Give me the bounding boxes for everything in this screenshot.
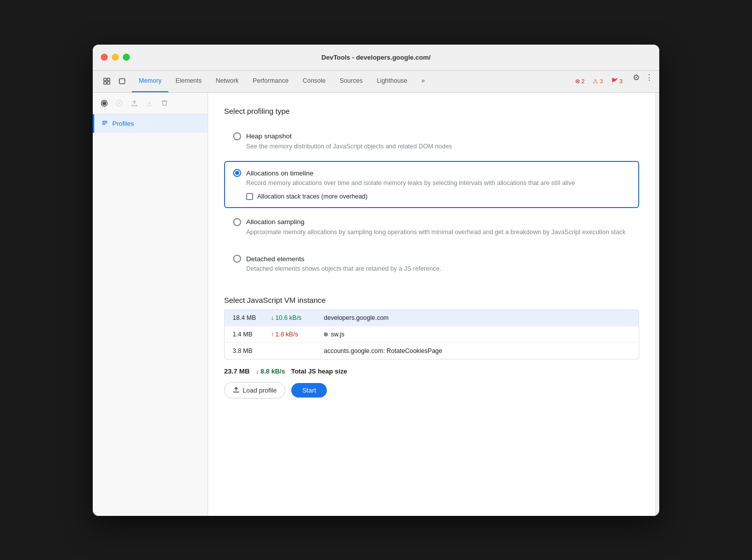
vm-name-0: developers.google.com [324,314,631,321]
radio-timeline[interactable] [233,169,241,177]
vm-size-0: 18.4 MB [233,314,263,321]
vm-name-2: accounts.google.com: RotateCookiesPage [324,347,631,354]
option-detached[interactable]: Detached elements Detached elements show… [224,247,639,282]
option-heap-header: Heap snapshot [233,132,630,140]
tab-elements[interactable]: Elements [168,71,209,92]
option-detached-title: Detached elements [246,255,304,263]
maximize-button[interactable] [123,54,130,61]
option-timeline[interactable]: Allocations on timeline Record memory al… [224,161,639,208]
option-sampling-desc: Approximate memory allocations by sampli… [246,228,630,237]
minimize-button[interactable] [112,54,119,61]
option-timeline-desc: Record memory allocations over time and … [246,179,630,188]
option-sampling-title: Allocation sampling [246,218,304,226]
vm-size-1: 1.4 MB [233,331,263,338]
tab-lighthouse[interactable]: Lighthouse [369,71,414,92]
option-timeline-header: Allocations on timeline [233,169,630,177]
option-detached-header: Detached elements [233,255,630,263]
checkbox-traces-label: Allocation stack traces (more overhead) [257,193,367,200]
option-sampling-header: Allocation sampling [233,218,630,226]
svg-point-8 [102,101,106,105]
radio-detached[interactable] [233,255,241,263]
clear-button[interactable] [158,97,171,110]
error-badge[interactable]: ⊗ 2 [573,77,587,86]
vm-name-1: sw.js [324,331,631,338]
window-title: DevTools - developers.google.com/ [321,54,431,61]
badges-area: ⊗ 2 ⚠ 3 🚩 3 [569,71,629,92]
total-rate-arrow: ↓ [256,367,259,375]
tab-network[interactable]: Network [209,71,246,92]
vm-rate-value-0: 10.6 kB/s [275,314,301,321]
profiles-icon [101,119,108,128]
upload-button[interactable] [128,97,141,110]
total-rate-value: 8.8 kB/s [261,367,285,375]
vm-dot-icon [324,332,328,336]
up-arrow-icon-1: ↑ [271,331,274,338]
stop-button[interactable] [113,97,126,110]
tab-console[interactable]: Console [296,71,333,92]
tab-performance[interactable]: Performance [246,71,296,92]
vm-row-1[interactable]: 1.4 MB ↑ 1.8 kB/s sw.js [225,326,639,343]
option-sampling[interactable]: Allocation sampling Approximate memory a… [224,210,639,245]
start-button[interactable]: Start [291,383,327,398]
option-heap-title: Heap snapshot [246,132,292,140]
total-size: 23.7 MB [224,367,250,375]
record-button[interactable] [98,97,111,110]
inspect-icon-button[interactable] [101,75,113,87]
total-bar: 23.7 MB ↓ 8.8 kB/s Total JS heap size [224,359,639,379]
svg-rect-2 [104,82,106,84]
vm-instance-table: 18.4 MB ↓ 10.6 kB/s developers.google.co… [224,309,639,359]
scrollbar[interactable] [655,93,659,516]
tab-memory[interactable]: Memory [132,71,168,92]
device-icon-button[interactable] [116,75,128,87]
svg-rect-0 [104,78,106,81]
sidebar: Profiles [93,93,208,516]
more-options-button[interactable]: ⋮ [643,71,655,85]
action-bar: Load profile Start [224,379,639,399]
svg-rect-4 [119,79,125,84]
vm-section-title: Select JavaScript VM instance [224,296,639,304]
down-arrow-icon-0: ↓ [271,314,274,321]
vm-size-2: 3.8 MB [233,347,263,354]
tab-icons-area [97,71,132,92]
svg-rect-1 [107,78,110,81]
vm-rate-value-1: 1.8 kB/s [275,331,298,338]
devtools-tab-bar: Memory Elements Network Performance Cons… [93,71,659,93]
main-content: Select profiling type Heap snapshot See … [208,93,655,516]
option-heap-desc: See the memory distribution of JavaScrip… [246,142,630,151]
total-label: Total JS heap size [291,367,347,375]
title-bar: DevTools - developers.google.com/ [93,45,659,71]
load-profile-button[interactable]: Load profile [224,382,285,399]
vm-rate-0: ↓ 10.6 kB/s [271,314,316,321]
warning-icon: ⚠ [593,78,598,85]
select-profiling-title: Select profiling type [224,107,639,115]
option-detached-desc: Detached elements shows objects that are… [246,265,630,274]
vm-row-2[interactable]: 3.8 MB accounts.google.com: RotateCookie… [225,343,639,359]
checkbox-traces[interactable] [246,193,253,200]
option-timeline-title: Allocations on timeline [246,169,313,177]
upload-icon [233,386,240,395]
radio-sampling[interactable] [233,218,241,226]
vm-rate-1: ↑ 1.8 kB/s [271,331,316,338]
tab-more[interactable]: » [415,71,432,92]
devtools-window: DevTools - developers.google.com/ [93,45,659,516]
window-controls [101,54,130,61]
info-icon: 🚩 [611,78,618,85]
radio-heap[interactable] [233,132,241,140]
checkbox-row-traces: Allocation stack traces (more overhead) [246,193,630,200]
tab-sources[interactable]: Sources [333,71,370,92]
total-rate: ↓ 8.8 kB/s [256,367,285,375]
info-badge[interactable]: 🚩 3 [609,77,625,86]
error-icon: ⊗ [575,78,580,85]
option-heap-snapshot[interactable]: Heap snapshot See the memory distributio… [224,124,639,159]
sidebar-profiles-label: Profiles [112,120,134,127]
sidebar-item-profiles[interactable]: Profiles [93,114,208,133]
close-button[interactable] [101,54,108,61]
download-button[interactable] [143,97,156,110]
devtools-body: Profiles Select profiling type Heap snap… [93,93,659,516]
vm-row-0[interactable]: 18.4 MB ↓ 10.6 kB/s developers.google.co… [225,310,639,326]
sidebar-toolbar [93,93,208,114]
warning-badge[interactable]: ⚠ 3 [590,77,605,86]
settings-button[interactable]: ⚙ [629,71,643,85]
svg-rect-3 [107,82,110,84]
profiling-options: Heap snapshot See the memory distributio… [224,124,639,284]
